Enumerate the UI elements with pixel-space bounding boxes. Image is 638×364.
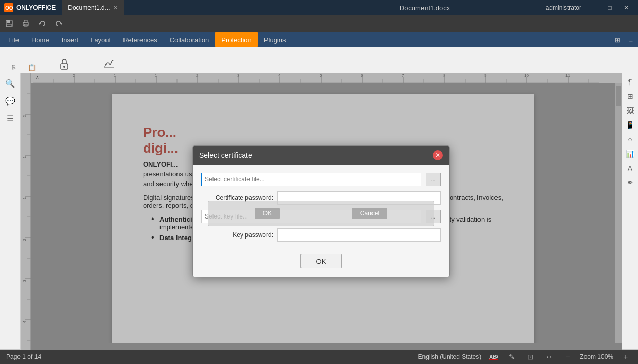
svg-rect-3 [7, 20, 10, 23]
cert-file-browse-button[interactable]: ... [426, 173, 441, 186]
app-logo: OO ONLYOFFICE [4, 3, 56, 12]
user-name: administrator [546, 4, 581, 11]
menu-collaboration[interactable]: Collaboration [164, 32, 216, 47]
tab-bar: Document1.d... ✕ [62, 0, 304, 15]
navigation-button[interactable]: ☰ [2, 110, 19, 126]
background-dialog: OK Cancel [208, 201, 434, 226]
language-status[interactable]: English (United States) [418, 353, 482, 360]
zoom-in-button[interactable]: + [619, 351, 632, 363]
title-bar: OO ONLYOFFICE Document1.d... ✕ Document1… [0, 0, 638, 15]
logo-icon: OO [4, 3, 13, 12]
document-tab[interactable]: Document1.d... ✕ [62, 0, 124, 15]
maximize-button[interactable]: □ [602, 2, 617, 14]
svg-rect-4 [7, 24, 12, 26]
paragraph-marks-button[interactable]: ¶ [624, 75, 637, 88]
window-title: Document1.docx [304, 4, 545, 12]
close-button[interactable]: ✕ [618, 2, 634, 14]
svg-text:ABC: ABC [489, 354, 498, 360]
svg-text:OO: OO [5, 5, 13, 11]
search-sidebar-button[interactable]: 🔍 [2, 75, 19, 92]
spell-icon: ABC [489, 353, 498, 360]
menu-protection[interactable]: Protection [215, 32, 258, 47]
signature-icon [102, 57, 116, 71]
minimize-button[interactable]: ─ [586, 2, 601, 14]
redo-icon [55, 20, 63, 28]
zoom-level: Zoom 100% [580, 353, 613, 360]
menu-home[interactable]: Home [25, 32, 56, 47]
lock-icon [57, 57, 72, 71]
cert-file-row: ... [201, 173, 441, 186]
key-password-label: Key password: [201, 231, 273, 239]
zoom-out-button[interactable]: − [561, 351, 574, 363]
comments-button[interactable]: 💬 [2, 93, 19, 109]
save-icon [5, 20, 13, 28]
left-sidebar: 🔍 💬 ☰ [0, 73, 21, 349]
menu-layout[interactable]: Layout [84, 32, 117, 47]
save-button[interactable] [2, 17, 16, 30]
more-button[interactable]: ≡ [626, 32, 636, 47]
right-sidebar: ¶ ⊞ 🖼 📱 ○ 📊 A ✒ [622, 73, 638, 349]
track-changes-button[interactable]: ✎ [506, 351, 518, 363]
redo-button[interactable] [51, 17, 66, 30]
dialog-title: Select certificate [199, 151, 252, 159]
fit-page-button[interactable]: ⊡ [524, 351, 537, 363]
print-icon [22, 20, 30, 28]
cert-file-input[interactable] [201, 173, 421, 186]
shape-button[interactable]: ○ [624, 133, 637, 146]
key-password-input[interactable] [277, 228, 441, 242]
dialog-title-bar: Select certificate ✕ [193, 146, 449, 165]
window-controls: ─ □ ✕ [586, 2, 634, 14]
table-settings-button[interactable]: ⊞ [624, 89, 637, 103]
chart-button[interactable]: 📊 [624, 147, 637, 160]
key-password-row: Key password: [201, 228, 441, 242]
bg-cancel-button[interactable]: Cancel [352, 208, 387, 219]
bg-ok-button[interactable]: OK [255, 208, 280, 219]
menu-file[interactable]: File [2, 32, 25, 47]
svg-marker-9 [61, 22, 62, 25]
expand-button[interactable]: ⊞ [612, 32, 624, 47]
quick-access-toolbar [0, 15, 638, 32]
undo-icon [38, 20, 46, 28]
text-art-button[interactable]: A [624, 161, 637, 175]
spell-check-button[interactable]: ABC [487, 351, 500, 363]
status-bar: Page 1 of 14 English (United States) ABC… [0, 350, 638, 364]
dialog-footer: OK [193, 250, 449, 277]
menu-references[interactable]: References [117, 32, 163, 47]
fit-width-button[interactable]: ↔ [543, 351, 555, 363]
svg-marker-8 [39, 22, 40, 25]
image-settings-button[interactable]: 🖼 [624, 104, 637, 117]
dialog-overlay: OK Cancel Select certificate ✕ ... Certi… [21, 73, 622, 350]
dialog-close-button[interactable]: ✕ [433, 150, 443, 160]
app-name: ONLYOFFICE [16, 4, 56, 11]
tab-label: Document1.d... [68, 4, 110, 11]
document-area: ∧ 2 1 1 2 3 4 [21, 73, 622, 350]
menu-plugins[interactable]: Plugins [258, 32, 292, 47]
signature-pad-button[interactable]: ✒ [624, 176, 637, 189]
menu-insert[interactable]: Insert [56, 32, 85, 47]
undo-button[interactable] [35, 17, 49, 30]
dialog-ok-button[interactable]: OK [300, 254, 342, 268]
print-button[interactable] [19, 17, 33, 30]
svg-point-11 [63, 66, 65, 68]
page-count: Page 1 of 14 [6, 353, 41, 360]
tab-close-button[interactable]: ✕ [113, 5, 118, 11]
menu-bar: File Home Insert Layout References Colla… [0, 32, 638, 47]
phone-view-button[interactable]: 📱 [624, 118, 637, 132]
